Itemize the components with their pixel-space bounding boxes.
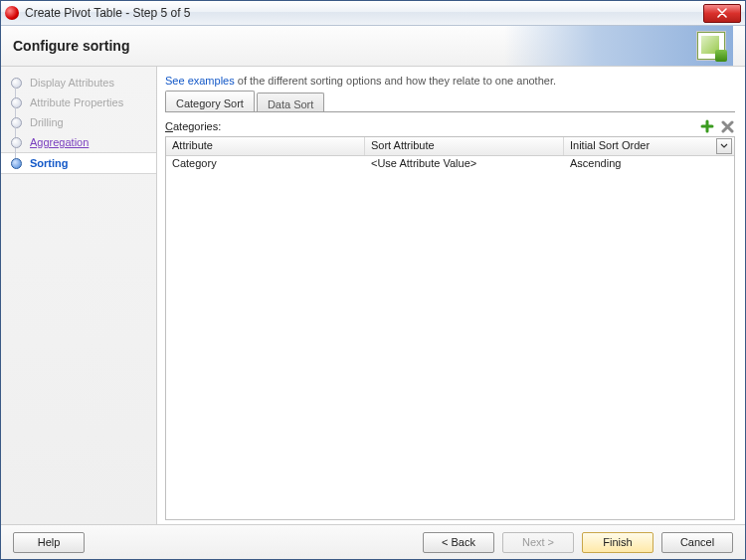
plus-icon: [700, 119, 714, 133]
categories-row: Categories:: [165, 118, 735, 134]
close-button[interactable]: [703, 4, 741, 23]
step-display-attributes[interactable]: Display Attributes: [1, 73, 156, 93]
back-button[interactable]: < Back: [423, 532, 494, 553]
tab-strip: Category Sort Data Sort: [165, 93, 735, 112]
step-dot-icon: [11, 117, 22, 128]
step-dot-icon: [11, 78, 22, 89]
close-icon: [717, 8, 727, 18]
hint-text: See examples of the different sorting op…: [165, 75, 735, 87]
add-category-button[interactable]: [699, 118, 715, 134]
step-connector-icon: [15, 127, 16, 137]
see-examples-link[interactable]: See examples: [165, 75, 235, 87]
step-label: Aggregation: [30, 136, 89, 148]
remove-category-button[interactable]: [719, 118, 735, 134]
tab-data-sort[interactable]: Data Sort: [257, 93, 324, 112]
cell-attribute: Category: [166, 156, 365, 173]
dialog-body: Display Attributes Attribute Properties …: [1, 67, 745, 524]
tab-category-sort[interactable]: Category Sort: [165, 91, 255, 112]
categories-table: Attribute Sort Attribute Initial Sort Or…: [165, 136, 735, 520]
cell-initial-sort-order: Ascending: [564, 156, 734, 173]
window-title: Create Pivot Table - Step 5 of 5: [25, 6, 703, 20]
next-button: Next >: [502, 532, 574, 553]
header-band: Configure sorting: [1, 26, 745, 67]
chevron-down-icon: [720, 143, 728, 149]
step-connector-icon: [15, 107, 16, 117]
hint-rest: of the different sorting options and how…: [235, 75, 556, 87]
step-attribute-properties[interactable]: Attribute Properties: [1, 93, 156, 112]
step-dot-icon: [11, 137, 22, 148]
cancel-button[interactable]: Cancel: [661, 532, 733, 553]
th-initial-sort-order[interactable]: Initial Sort Order: [564, 137, 734, 155]
main-panel: See examples of the different sorting op…: [157, 67, 745, 524]
th-attribute[interactable]: Attribute: [166, 137, 365, 155]
step-connector-icon: [15, 148, 16, 158]
wizard-sidebar: Display Attributes Attribute Properties …: [1, 67, 157, 524]
app-icon: [5, 6, 19, 20]
dialog-footer: Help < Back Next > Finish Cancel: [1, 524, 745, 559]
cell-sort-attribute: <Use Attribute Value>: [365, 156, 564, 173]
th-sort-attribute[interactable]: Sort Attribute: [365, 137, 564, 155]
title-bar: Create Pivot Table - Step 5 of 5: [1, 1, 745, 26]
pivot-table-icon: [697, 32, 725, 60]
step-connector-icon: [15, 88, 16, 97]
x-icon: [721, 120, 734, 133]
dialog-window: Create Pivot Table - Step 5 of 5 Configu…: [0, 0, 746, 560]
table-row[interactable]: Category <Use Attribute Value> Ascending: [166, 156, 734, 173]
page-title: Configure sorting: [13, 38, 504, 54]
step-label: Drilling: [30, 116, 64, 128]
categories-label: Categories:: [165, 120, 695, 132]
step-dot-icon: [11, 97, 22, 108]
step-label: Sorting: [30, 157, 69, 169]
sort-order-dropdown-button[interactable]: [716, 138, 732, 154]
finish-button[interactable]: Finish: [582, 532, 653, 553]
step-label: Display Attributes: [30, 77, 114, 89]
tab-underline: [165, 111, 735, 112]
step-aggregation[interactable]: Aggregation: [1, 132, 156, 152]
th-initial-sort-order-label: Initial Sort Order: [570, 139, 650, 151]
header-graphic: [504, 26, 733, 66]
table-body: Category <Use Attribute Value> Ascending: [166, 156, 734, 519]
help-button[interactable]: Help: [13, 532, 85, 553]
step-sorting[interactable]: Sorting: [1, 152, 156, 174]
step-dot-icon: [11, 158, 22, 169]
step-drilling[interactable]: Drilling: [1, 112, 156, 132]
step-label: Attribute Properties: [30, 96, 123, 108]
table-header: Attribute Sort Attribute Initial Sort Or…: [166, 137, 734, 156]
